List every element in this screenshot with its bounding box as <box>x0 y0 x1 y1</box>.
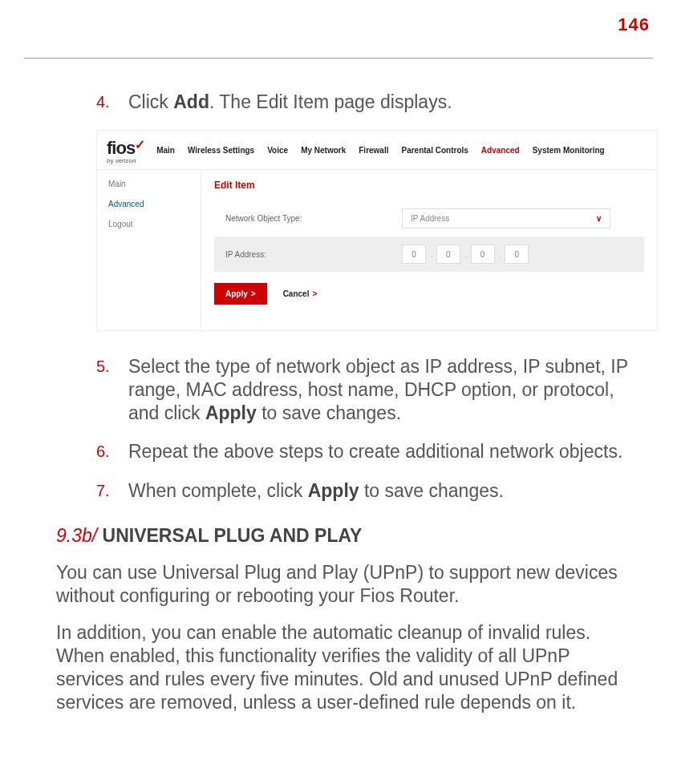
ip-octet-1[interactable] <box>402 244 426 264</box>
step-7-text-b: to save changes. <box>359 480 504 501</box>
tab-advanced[interactable]: Advanced <box>481 146 520 155</box>
step-7-bold: Apply <box>308 480 359 501</box>
step-4-text-a: Click <box>128 91 173 112</box>
step-5-text-b: to save changes. <box>257 402 401 423</box>
tab-main[interactable]: Main <box>156 146 175 155</box>
logo-text: fios <box>107 138 135 158</box>
section-number: 9.3b/ <box>56 525 97 546</box>
step-7-text-a: When complete, click <box>128 480 308 501</box>
tab-wireless-settings[interactable]: Wireless Settings <box>188 146 254 155</box>
panel-title: Edit Item <box>214 180 644 191</box>
step-4-number: 4. <box>96 91 128 114</box>
step-7-body: When complete, click Apply to save chang… <box>128 479 504 503</box>
chevron-down-icon: ∨ <box>596 214 602 223</box>
tab-system-monitoring[interactable]: System Monitoring <box>533 146 605 155</box>
row-ip-address: IP Address: . . . <box>214 236 644 272</box>
dropdown-network-object-type[interactable]: IP Address ∨ <box>402 208 610 228</box>
apply-button[interactable]: Apply> <box>214 283 267 305</box>
cancel-button[interactable]: Cancel> <box>283 289 318 298</box>
page-number: 146 <box>24 0 653 35</box>
tab-firewall[interactable]: Firewall <box>359 146 388 155</box>
step-7-number: 7. <box>96 479 128 503</box>
step-7: 7. When complete, click Apply to save ch… <box>96 479 637 503</box>
ip-octet-2[interactable] <box>436 244 460 264</box>
router-header: fios✓ by verizon Main Wireless Settings … <box>97 131 657 170</box>
panel: Edit Item Network Object Type: IP Addres… <box>201 170 657 330</box>
sidebar: Main Advanced Logout <box>97 170 201 330</box>
step-5: 5. Select the type of network object as … <box>96 355 637 424</box>
label-ip-address: IP Address: <box>225 250 402 259</box>
chevron-right-icon: > <box>312 289 317 298</box>
router-ui: fios✓ by verizon Main Wireless Settings … <box>96 130 658 331</box>
ip-dot: . <box>465 250 468 259</box>
cancel-button-label: Cancel <box>283 289 310 298</box>
dropdown-value: IP Address <box>411 214 449 223</box>
ip-octet-3[interactable] <box>471 244 495 264</box>
ip-octet-4[interactable] <box>505 244 529 264</box>
section-paragraph-2: In addition, you can enable the automati… <box>56 621 637 713</box>
label-network-object-type: Network Object Type: <box>225 214 402 223</box>
top-tabs: Main Wireless Settings Voice My Network … <box>156 146 605 155</box>
step-5-number: 5. <box>96 355 128 424</box>
ip-input-group: . . . <box>402 244 530 264</box>
apply-button-label: Apply <box>225 289 248 298</box>
fios-logo: fios✓ by verizon <box>107 137 145 164</box>
section-title: UNIVERSAL PLUG AND PLAY <box>97 525 362 546</box>
sidebar-item-main[interactable]: Main <box>108 180 201 188</box>
logo-check-icon: ✓ <box>135 138 145 152</box>
step-4: 4. Click Add. The Edit Item page display… <box>96 91 637 114</box>
button-row: Apply> Cancel> <box>214 283 644 305</box>
sidebar-item-logout[interactable]: Logout <box>108 220 201 228</box>
ip-dot: . <box>500 250 502 259</box>
tab-voice[interactable]: Voice <box>267 146 288 155</box>
tab-my-network[interactable]: My Network <box>301 146 346 155</box>
step-6-body: Repeat the above steps to create additio… <box>128 440 622 463</box>
divider <box>24 58 653 59</box>
step-5-bold: Apply <box>205 402 257 423</box>
section-paragraph-1: You can use Universal Plug and Play (UPn… <box>56 561 637 608</box>
step-5-body: Select the type of network object as IP … <box>128 355 637 424</box>
sidebar-item-advanced[interactable]: Advanced <box>108 200 201 208</box>
section-heading: 9.3b/ UNIVERSAL PLUG AND PLAY <box>56 525 637 547</box>
ip-dot: . <box>431 250 433 259</box>
step-4-text-b: . The Edit Item page displays. <box>209 91 452 112</box>
step-4-body: Click Add. The Edit Item page displays. <box>128 91 452 114</box>
chevron-right-icon: > <box>251 289 256 298</box>
step-6: 6. Repeat the above steps to create addi… <box>96 440 637 463</box>
step-4-bold: Add <box>173 91 209 112</box>
tab-parental-controls[interactable]: Parental Controls <box>402 146 468 155</box>
step-6-number: 6. <box>96 440 128 463</box>
row-network-object-type: Network Object Type: IP Address ∨ <box>214 200 644 236</box>
